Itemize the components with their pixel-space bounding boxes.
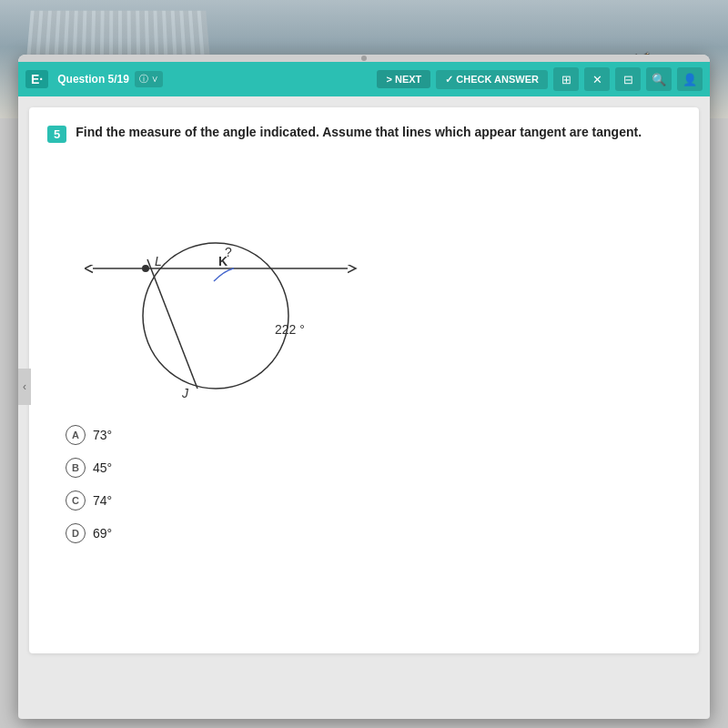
svg-point-3 (142, 265, 149, 272)
diagram-svg: ? K L J 222 ° (66, 161, 411, 407)
laptop-camera (361, 56, 367, 61)
brand-logo: E· (25, 70, 48, 88)
question-text: Find the measure of the angle indicated.… (76, 124, 642, 142)
choice-d[interactable]: D 69° (66, 523, 681, 543)
search-icon-button[interactable]: 🔍 (646, 67, 672, 91)
svg-point-1 (143, 243, 288, 389)
svg-text:L: L (155, 254, 162, 268)
choice-b[interactable]: B 45° (66, 458, 681, 478)
question-number-badge: 5 (47, 126, 66, 143)
calendar-icon-button[interactable]: ⊟ (615, 67, 641, 91)
geometry-diagram: ? K L J 222 ° (66, 161, 411, 407)
svg-text:K: K (218, 254, 228, 268)
laptop-top-bar (18, 55, 710, 62)
next-button[interactable]: > NEXT (377, 70, 430, 88)
laptop-body: E· Question 5/19 ⓘ ∨ > NEXT ✓ CHECK ANSW… (18, 55, 710, 719)
info-button[interactable]: ⓘ ∨ (135, 71, 163, 87)
choice-c-label: 74° (93, 493, 112, 508)
choice-c[interactable]: C 74° (66, 490, 681, 511)
check-answer-button[interactable]: ✓ CHECK ANSWER (436, 70, 548, 89)
toolbar: E· Question 5/19 ⓘ ∨ > NEXT ✓ CHECK ANSW… (18, 62, 710, 96)
choice-b-circle: B (66, 458, 86, 478)
answer-choices: A 73° B 45° C 74° D 69° (66, 425, 681, 543)
main-content: 5 Find the measure of the angle indicate… (29, 107, 699, 653)
choice-a-circle: A (66, 425, 86, 445)
question-header: 5 Find the measure of the angle indicate… (47, 124, 681, 143)
user-icon-button[interactable]: 👤 (677, 67, 703, 91)
question-counter: Question 5/19 (57, 73, 129, 86)
choice-b-label: 45° (93, 460, 112, 475)
choice-a-label: 73° (93, 428, 112, 442)
choice-d-label: 69° (93, 526, 112, 541)
svg-text:222 °: 222 ° (275, 322, 305, 337)
choice-c-circle: C (66, 490, 86, 511)
close-icon-button[interactable]: ✕ (584, 67, 610, 91)
svg-text:J: J (181, 386, 189, 400)
left-nav-tab[interactable]: ‹ (18, 369, 31, 405)
svg-line-2 (147, 259, 197, 389)
grid-icon-button[interactable]: ⊞ (553, 67, 579, 91)
choice-a[interactable]: A 73° (66, 425, 681, 445)
choice-d-circle: D (66, 523, 86, 543)
